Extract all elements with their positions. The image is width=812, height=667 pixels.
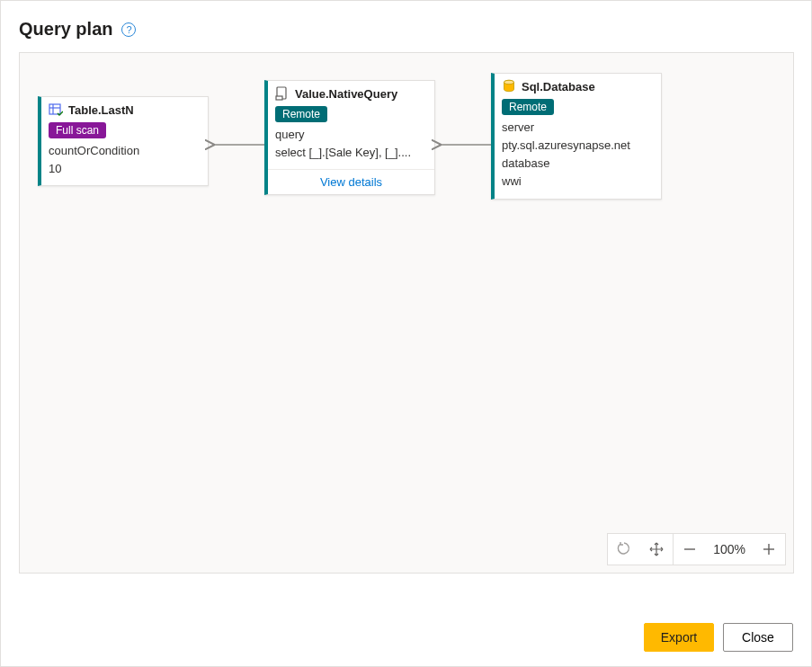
node-table-lastn[interactable]: Table.LastN Full scan countOrCondition 1… — [38, 96, 209, 186]
flow-arrow — [435, 139, 491, 150]
reset-view-button[interactable] — [608, 533, 640, 565]
param-label: server — [502, 119, 654, 137]
zoom-toolbar: 100% — [607, 533, 786, 565]
footer-buttons: Export Close — [644, 623, 793, 652]
node-title: Table.LastN — [68, 103, 134, 117]
node-body: server pty.sql.azuresynapse.net database… — [495, 119, 661, 199]
node-header: Table.LastN — [41, 97, 208, 120]
param-label: database — [502, 155, 654, 173]
param-value: pty.sql.azuresynapse.net — [502, 137, 654, 155]
node-body: query select [_].[Sale Key], [_].... — [268, 126, 434, 169]
diagram-canvas[interactable]: Table.LastN Full scan countOrCondition 1… — [19, 52, 794, 574]
view-details-link[interactable]: View details — [268, 169, 434, 194]
reset-icon — [617, 542, 631, 556]
remote-badge: Remote — [502, 99, 554, 115]
node-title: Sql.Database — [522, 80, 595, 93]
help-icon[interactable]: ? — [121, 22, 136, 37]
table-icon — [49, 102, 63, 117]
svg-rect-4 — [276, 96, 282, 100]
fit-to-screen-button[interactable] — [640, 533, 673, 565]
param-label: countOrCondition — [49, 142, 201, 160]
zoom-in-button[interactable] — [753, 533, 785, 565]
zoom-percentage: 100% — [706, 542, 753, 556]
zoom-out-button[interactable] — [674, 533, 706, 565]
database-icon — [502, 79, 516, 93]
svg-rect-0 — [49, 104, 60, 114]
param-label: query — [275, 126, 427, 144]
node-body: countOrCondition 10 — [41, 142, 208, 185]
close-button[interactable]: Close — [723, 623, 793, 652]
node-header: Sql.Database — [495, 74, 661, 97]
minus-icon — [683, 543, 696, 556]
query-plan-panel: Query plan ? Table.LastN Full scan count… — [0, 0, 812, 667]
export-button[interactable]: Export — [644, 623, 714, 652]
native-query-icon — [275, 86, 290, 101]
plus-icon — [763, 543, 775, 556]
node-header: Value.NativeQuery — [268, 81, 434, 104]
param-value: 10 — [49, 160, 201, 178]
node-title: Value.NativeQuery — [295, 87, 397, 101]
flow-arrow — [209, 139, 264, 150]
node-native-query[interactable]: Value.NativeQuery Remote query select [_… — [264, 80, 435, 195]
fit-icon — [649, 542, 664, 556]
remote-badge: Remote — [275, 106, 327, 122]
param-value: select [_].[Sale Key], [_].... — [275, 144, 427, 162]
svg-point-6 — [504, 80, 514, 84]
panel-title: Query plan — [19, 19, 112, 40]
panel-header: Query plan ? — [19, 19, 793, 40]
full-scan-badge: Full scan — [49, 122, 106, 138]
param-value: wwi — [502, 173, 654, 191]
node-sql-database[interactable]: Sql.Database Remote server pty.sql.azure… — [491, 73, 662, 200]
